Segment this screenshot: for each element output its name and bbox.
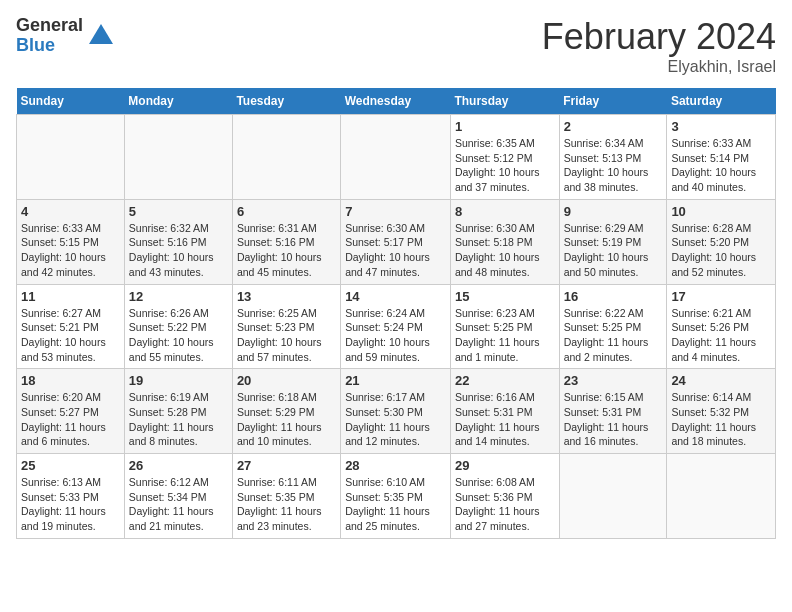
calendar-cell: 1Sunrise: 6:35 AM Sunset: 5:12 PM Daylig… <box>450 115 559 200</box>
day-info: Sunrise: 6:19 AM Sunset: 5:28 PM Dayligh… <box>129 390 228 449</box>
week-row-3: 11Sunrise: 6:27 AM Sunset: 5:21 PM Dayli… <box>17 284 776 369</box>
day-info: Sunrise: 6:31 AM Sunset: 5:16 PM Dayligh… <box>237 221 336 280</box>
calendar-cell: 20Sunrise: 6:18 AM Sunset: 5:29 PM Dayli… <box>232 369 340 454</box>
calendar-cell: 8Sunrise: 6:30 AM Sunset: 5:18 PM Daylig… <box>450 199 559 284</box>
week-row-5: 25Sunrise: 6:13 AM Sunset: 5:33 PM Dayli… <box>17 454 776 539</box>
calendar-cell <box>17 115 125 200</box>
day-info: Sunrise: 6:10 AM Sunset: 5:35 PM Dayligh… <box>345 475 446 534</box>
day-number: 26 <box>129 458 228 473</box>
calendar-cell: 25Sunrise: 6:13 AM Sunset: 5:33 PM Dayli… <box>17 454 125 539</box>
calendar-cell: 6Sunrise: 6:31 AM Sunset: 5:16 PM Daylig… <box>232 199 340 284</box>
day-number: 8 <box>455 204 555 219</box>
calendar-header-row: SundayMondayTuesdayWednesdayThursdayFrid… <box>17 88 776 115</box>
day-info: Sunrise: 6:30 AM Sunset: 5:18 PM Dayligh… <box>455 221 555 280</box>
day-info: Sunrise: 6:15 AM Sunset: 5:31 PM Dayligh… <box>564 390 663 449</box>
calendar-cell: 13Sunrise: 6:25 AM Sunset: 5:23 PM Dayli… <box>232 284 340 369</box>
calendar-cell: 19Sunrise: 6:19 AM Sunset: 5:28 PM Dayli… <box>124 369 232 454</box>
day-number: 12 <box>129 289 228 304</box>
day-number: 17 <box>671 289 771 304</box>
day-number: 18 <box>21 373 120 388</box>
header-thursday: Thursday <box>450 88 559 115</box>
day-number: 4 <box>21 204 120 219</box>
day-info: Sunrise: 6:35 AM Sunset: 5:12 PM Dayligh… <box>455 136 555 195</box>
day-info: Sunrise: 6:12 AM Sunset: 5:34 PM Dayligh… <box>129 475 228 534</box>
calendar-cell: 4Sunrise: 6:33 AM Sunset: 5:15 PM Daylig… <box>17 199 125 284</box>
day-number: 25 <box>21 458 120 473</box>
day-info: Sunrise: 6:13 AM Sunset: 5:33 PM Dayligh… <box>21 475 120 534</box>
day-number: 24 <box>671 373 771 388</box>
calendar-cell <box>341 115 451 200</box>
calendar-cell: 9Sunrise: 6:29 AM Sunset: 5:19 PM Daylig… <box>559 199 667 284</box>
day-number: 13 <box>237 289 336 304</box>
day-info: Sunrise: 6:17 AM Sunset: 5:30 PM Dayligh… <box>345 390 446 449</box>
calendar-cell: 12Sunrise: 6:26 AM Sunset: 5:22 PM Dayli… <box>124 284 232 369</box>
header-wednesday: Wednesday <box>341 88 451 115</box>
calendar-cell <box>667 454 776 539</box>
location: Elyakhin, Israel <box>542 58 776 76</box>
calendar-cell: 16Sunrise: 6:22 AM Sunset: 5:25 PM Dayli… <box>559 284 667 369</box>
day-number: 3 <box>671 119 771 134</box>
header-sunday: Sunday <box>17 88 125 115</box>
calendar-cell: 7Sunrise: 6:30 AM Sunset: 5:17 PM Daylig… <box>341 199 451 284</box>
day-info: Sunrise: 6:25 AM Sunset: 5:23 PM Dayligh… <box>237 306 336 365</box>
day-number: 1 <box>455 119 555 134</box>
day-info: Sunrise: 6:26 AM Sunset: 5:22 PM Dayligh… <box>129 306 228 365</box>
day-number: 10 <box>671 204 771 219</box>
week-row-4: 18Sunrise: 6:20 AM Sunset: 5:27 PM Dayli… <box>17 369 776 454</box>
day-info: Sunrise: 6:30 AM Sunset: 5:17 PM Dayligh… <box>345 221 446 280</box>
calendar-cell: 17Sunrise: 6:21 AM Sunset: 5:26 PM Dayli… <box>667 284 776 369</box>
day-info: Sunrise: 6:08 AM Sunset: 5:36 PM Dayligh… <box>455 475 555 534</box>
day-number: 28 <box>345 458 446 473</box>
header-saturday: Saturday <box>667 88 776 115</box>
day-number: 14 <box>345 289 446 304</box>
calendar-cell: 29Sunrise: 6:08 AM Sunset: 5:36 PM Dayli… <box>450 454 559 539</box>
logo-icon <box>87 22 115 50</box>
calendar-cell <box>559 454 667 539</box>
calendar-cell <box>124 115 232 200</box>
day-info: Sunrise: 6:29 AM Sunset: 5:19 PM Dayligh… <box>564 221 663 280</box>
day-info: Sunrise: 6:23 AM Sunset: 5:25 PM Dayligh… <box>455 306 555 365</box>
day-number: 22 <box>455 373 555 388</box>
day-number: 29 <box>455 458 555 473</box>
day-info: Sunrise: 6:34 AM Sunset: 5:13 PM Dayligh… <box>564 136 663 195</box>
day-info: Sunrise: 6:28 AM Sunset: 5:20 PM Dayligh… <box>671 221 771 280</box>
day-info: Sunrise: 6:22 AM Sunset: 5:25 PM Dayligh… <box>564 306 663 365</box>
day-number: 7 <box>345 204 446 219</box>
page-header: General Blue February 2024 Elyakhin, Isr… <box>16 16 776 76</box>
day-number: 11 <box>21 289 120 304</box>
day-number: 16 <box>564 289 663 304</box>
day-number: 20 <box>237 373 336 388</box>
calendar-cell <box>232 115 340 200</box>
calendar-cell: 15Sunrise: 6:23 AM Sunset: 5:25 PM Dayli… <box>450 284 559 369</box>
day-info: Sunrise: 6:21 AM Sunset: 5:26 PM Dayligh… <box>671 306 771 365</box>
day-number: 23 <box>564 373 663 388</box>
calendar-cell: 5Sunrise: 6:32 AM Sunset: 5:16 PM Daylig… <box>124 199 232 284</box>
calendar-cell: 18Sunrise: 6:20 AM Sunset: 5:27 PM Dayli… <box>17 369 125 454</box>
header-friday: Friday <box>559 88 667 115</box>
day-info: Sunrise: 6:16 AM Sunset: 5:31 PM Dayligh… <box>455 390 555 449</box>
calendar-cell: 2Sunrise: 6:34 AM Sunset: 5:13 PM Daylig… <box>559 115 667 200</box>
day-info: Sunrise: 6:14 AM Sunset: 5:32 PM Dayligh… <box>671 390 771 449</box>
calendar-cell: 27Sunrise: 6:11 AM Sunset: 5:35 PM Dayli… <box>232 454 340 539</box>
calendar-cell: 26Sunrise: 6:12 AM Sunset: 5:34 PM Dayli… <box>124 454 232 539</box>
logo: General Blue <box>16 16 115 56</box>
week-row-1: 1Sunrise: 6:35 AM Sunset: 5:12 PM Daylig… <box>17 115 776 200</box>
day-number: 2 <box>564 119 663 134</box>
svg-marker-0 <box>89 24 113 44</box>
day-info: Sunrise: 6:33 AM Sunset: 5:15 PM Dayligh… <box>21 221 120 280</box>
week-row-2: 4Sunrise: 6:33 AM Sunset: 5:15 PM Daylig… <box>17 199 776 284</box>
calendar-cell: 11Sunrise: 6:27 AM Sunset: 5:21 PM Dayli… <box>17 284 125 369</box>
header-tuesday: Tuesday <box>232 88 340 115</box>
day-info: Sunrise: 6:24 AM Sunset: 5:24 PM Dayligh… <box>345 306 446 365</box>
day-number: 15 <box>455 289 555 304</box>
day-number: 5 <box>129 204 228 219</box>
logo-general: General <box>16 16 83 36</box>
calendar-table: SundayMondayTuesdayWednesdayThursdayFrid… <box>16 88 776 539</box>
header-monday: Monday <box>124 88 232 115</box>
calendar-cell: 14Sunrise: 6:24 AM Sunset: 5:24 PM Dayli… <box>341 284 451 369</box>
logo-blue: Blue <box>16 36 83 56</box>
calendar-cell: 23Sunrise: 6:15 AM Sunset: 5:31 PM Dayli… <box>559 369 667 454</box>
calendar-cell: 28Sunrise: 6:10 AM Sunset: 5:35 PM Dayli… <box>341 454 451 539</box>
day-number: 27 <box>237 458 336 473</box>
day-number: 6 <box>237 204 336 219</box>
